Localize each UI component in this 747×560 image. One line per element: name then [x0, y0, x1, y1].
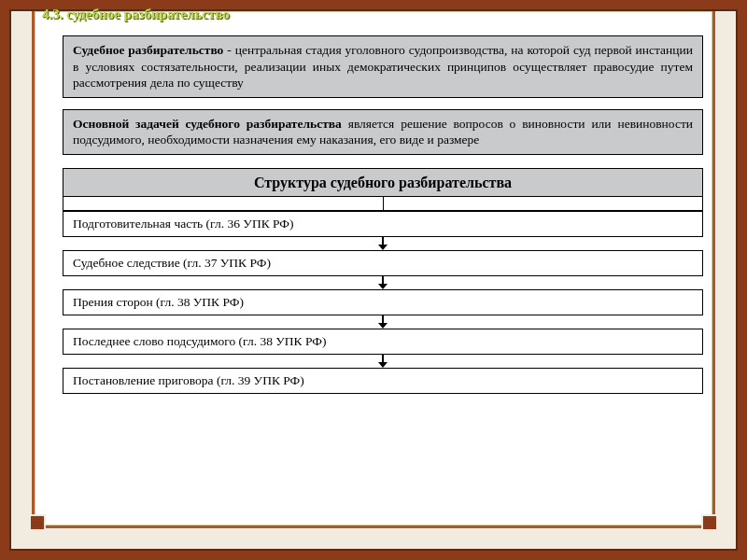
- structure-step-1: Подготовительная часть (гл. 36 УПК РФ): [63, 211, 703, 237]
- decorative-frame-outer: 4.3. судебное разбирательство Судебное р…: [0, 0, 747, 560]
- structure-heading: Структура судебного разбирательства: [63, 168, 703, 198]
- arrow-icon: [63, 355, 703, 368]
- arrow-icon: [63, 237, 703, 250]
- definition-box: Судебное разбирательство - центральная с…: [63, 35, 703, 98]
- structure-step-4: Последнее слово подсудимого (гл. 38 УПК …: [63, 329, 703, 355]
- corner-ornament-bl: [29, 514, 46, 531]
- section-number: 4.3.: [42, 7, 63, 21]
- task-lead: Основной задачей судебного разбирательст…: [73, 117, 342, 131]
- arrow-icon: [63, 276, 703, 289]
- section-title: судебное разбирательство: [66, 7, 230, 21]
- definition-term: Судебное разбирательство: [73, 43, 223, 57]
- definition-dash: -: [223, 43, 234, 57]
- structure-step-2: Судебное следствие (гл. 37 УПК РФ): [63, 250, 703, 276]
- section-header: 4.3. судебное разбирательство: [38, 6, 233, 23]
- structure-step-3: Прения сторон (гл. 38 УПК РФ): [63, 289, 703, 315]
- task-box: Основной задачей судебного разбирательст…: [63, 109, 703, 155]
- corner-ornament-br: [701, 514, 718, 531]
- arrow-icon: [63, 315, 703, 329]
- decorative-frame-inner: 4.3. судебное разбирательство Судебное р…: [32, 11, 715, 528]
- content-area: Судебное разбирательство - центральная с…: [63, 35, 703, 522]
- structure-connector-row: [63, 196, 703, 211]
- structure-step-5: Постановление приговора (гл. 39 УПК РФ): [63, 368, 703, 394]
- decorative-frame-mid: 4.3. судебное разбирательство Судебное р…: [9, 9, 738, 551]
